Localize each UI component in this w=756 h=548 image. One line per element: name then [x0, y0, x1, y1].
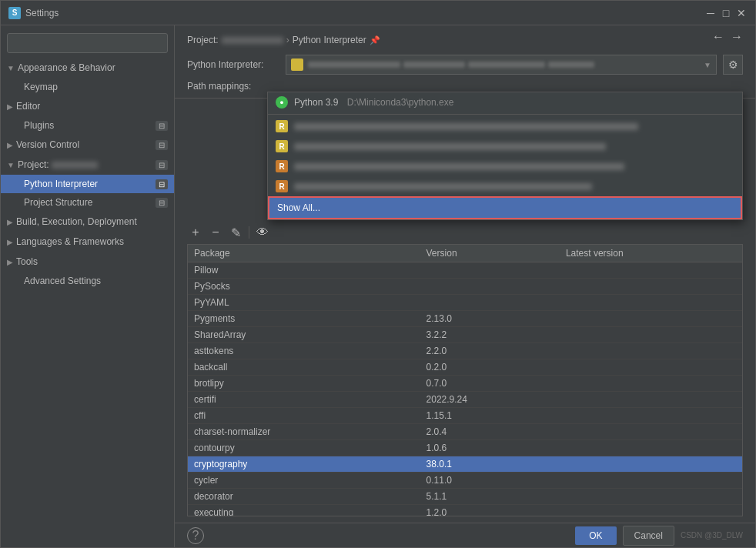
edit-package-button[interactable]: ✎ — [227, 224, 244, 241]
main-header: Project: › Python Interpreter 📌 ← → Pyth… — [175, 25, 755, 99]
search-box[interactable] — [7, 33, 168, 53]
table-row[interactable]: SharedArray3.2.2 — [188, 327, 742, 343]
col-package: Package — [188, 245, 420, 262]
cell-version — [420, 262, 560, 279]
minimize-button[interactable]: ─ — [704, 7, 717, 19]
editor-arrow: ▶ — [7, 102, 13, 111]
cell-version: 2.13.0 — [420, 311, 560, 327]
sidebar-item-appearance[interactable]: ▼ Appearance & Behavior — [1, 58, 174, 78]
sidebar-item-project-structure[interactable]: Project Structure ⊟ — [1, 193, 174, 212]
interpreter-select[interactable]: ▼ — [286, 55, 717, 75]
cell-package: Pygments — [188, 311, 420, 327]
show-paths-button[interactable]: 👁 — [254, 224, 271, 241]
lang-arrow: ▶ — [7, 238, 13, 246]
conda-icon-2: R — [276, 140, 288, 152]
col-latest: Latest version — [560, 245, 742, 262]
cell-latest — [560, 489, 742, 505]
vc-arrow: ▶ — [7, 141, 13, 149]
maximize-button[interactable]: □ — [720, 7, 732, 19]
forward-button[interactable]: → — [731, 30, 743, 44]
cell-version: 0.7.0 — [420, 376, 560, 392]
show-all-button[interactable]: Show All... — [268, 196, 742, 219]
table-row[interactable]: Pillow — [188, 262, 742, 279]
cell-package: cycler — [188, 473, 420, 489]
cell-latest — [560, 505, 742, 517]
appearance-arrow: ▼ — [7, 64, 15, 72]
cell-package: contourpy — [188, 440, 420, 456]
dropdown-blurred-row-4[interactable]: R — [268, 176, 742, 196]
table-row[interactable]: contourpy1.0.6 — [188, 440, 742, 456]
gear-button[interactable]: ⚙ — [723, 55, 743, 75]
bottom-bar: ? OK Cancel CSDN @3D_DLW — [175, 523, 755, 547]
window-controls: ─ □ ✕ — [704, 7, 748, 19]
table-row[interactable]: PySocks — [188, 279, 742, 295]
cell-latest — [560, 279, 742, 295]
table-row[interactable]: PyYAML — [188, 295, 742, 311]
help-button[interactable]: ? — [187, 527, 204, 544]
table-row[interactable]: cffi1.15.1 — [188, 408, 742, 424]
main-content: ▼ Appearance & Behavior Keymap ▶ Editor … — [1, 25, 755, 547]
table-row[interactable]: cycler0.11.0 — [188, 473, 742, 489]
close-button[interactable]: ✕ — [735, 7, 748, 19]
cell-latest — [560, 408, 742, 424]
table-row[interactable]: executing1.2.0 — [188, 505, 742, 517]
project-badge: ⊟ — [156, 160, 168, 170]
cancel-button[interactable]: Cancel — [623, 526, 674, 546]
cell-latest — [560, 473, 742, 489]
cell-package: Pillow — [188, 262, 420, 279]
add-package-button[interactable]: + — [187, 224, 204, 241]
cell-package: SharedArray — [188, 327, 420, 343]
cell-package: executing — [188, 505, 420, 517]
sidebar-item-label: Project: — [18, 159, 98, 170]
interpreter-label: Python Interpreter: — [187, 59, 279, 70]
cell-version — [420, 279, 560, 295]
sidebar-item-label: Advanced Settings — [24, 276, 101, 286]
cell-version: 0.11.0 — [420, 473, 560, 489]
sidebar-item-plugins[interactable]: Plugins ⊟ — [1, 116, 174, 135]
search-input[interactable] — [12, 38, 162, 48]
cell-version: 38.0.1 — [420, 456, 560, 473]
table-row[interactable]: cryptography38.0.1 — [188, 456, 742, 473]
sidebar-item-advanced[interactable]: Advanced Settings — [1, 272, 174, 290]
cell-version: 2.0.4 — [420, 424, 560, 440]
packages-table: Package Version Latest version PillowPyS… — [188, 245, 742, 516]
sidebar-item-project[interactable]: ▼ Project: ⊟ — [1, 155, 174, 175]
table-row[interactable]: decorator5.1.1 — [188, 489, 742, 505]
table-row[interactable]: charset-normalizer2.0.4 — [188, 424, 742, 440]
table-row[interactable]: backcall0.2.0 — [188, 359, 742, 376]
table-row[interactable]: certifi2022.9.24 — [188, 392, 742, 408]
settings-window: S Settings ─ □ ✕ ▼ Appearance & Behavior… — [0, 0, 756, 548]
sidebar-item-label: Tools — [16, 256, 38, 267]
remove-package-button[interactable]: − — [207, 224, 224, 241]
blurred-text-1 — [294, 123, 638, 130]
window-title: Settings — [25, 8, 704, 18]
table-row[interactable]: asttokens2.2.0 — [188, 343, 742, 359]
dropdown-python-item[interactable]: ● Python 3.9 D:\Miniconda3\python.exe — [268, 92, 742, 112]
table-row[interactable]: Pygments2.13.0 — [188, 311, 742, 327]
sidebar-item-languages[interactable]: ▶ Languages & Frameworks — [1, 232, 174, 252]
dropdown-blurred-row-1[interactable]: R — [268, 116, 742, 136]
sidebar-item-python-interpreter[interactable]: Python Interpreter ⊟ — [1, 175, 174, 193]
python-badge: ⊟ — [156, 179, 168, 189]
ok-button[interactable]: OK — [575, 526, 616, 545]
interpreter-icon — [291, 58, 303, 71]
sidebar-item-editor[interactable]: ▶ Editor — [1, 96, 174, 116]
conda-icon-3: R — [276, 160, 288, 172]
sidebar-item-build[interactable]: ▶ Build, Execution, Deployment — [1, 212, 174, 232]
dropdown-blurred-row-2[interactable]: R — [268, 136, 742, 156]
cell-package: charset-normalizer — [188, 424, 420, 440]
cell-package: cffi — [188, 408, 420, 424]
cell-package: certifi — [188, 392, 420, 408]
back-button[interactable]: ← — [712, 30, 724, 44]
dropdown-blurred-row-3[interactable]: R — [268, 156, 742, 176]
cell-latest — [560, 392, 742, 408]
cell-version: 1.2.0 — [420, 505, 560, 517]
sidebar-item-tools[interactable]: ▶ Tools — [1, 252, 174, 272]
sidebar-item-version-control[interactable]: ▶ Version Control ⊟ — [1, 135, 174, 155]
sidebar-item-keymap[interactable]: Keymap — [1, 78, 174, 96]
table-row[interactable]: brotlipy0.7.0 — [188, 376, 742, 392]
breadcrumb-current: Python Interpreter — [293, 35, 366, 45]
path-row: Path mappings: — [187, 81, 743, 92]
interpreter-blurred-text — [308, 62, 697, 68]
plugins-badge: ⊟ — [156, 121, 168, 131]
